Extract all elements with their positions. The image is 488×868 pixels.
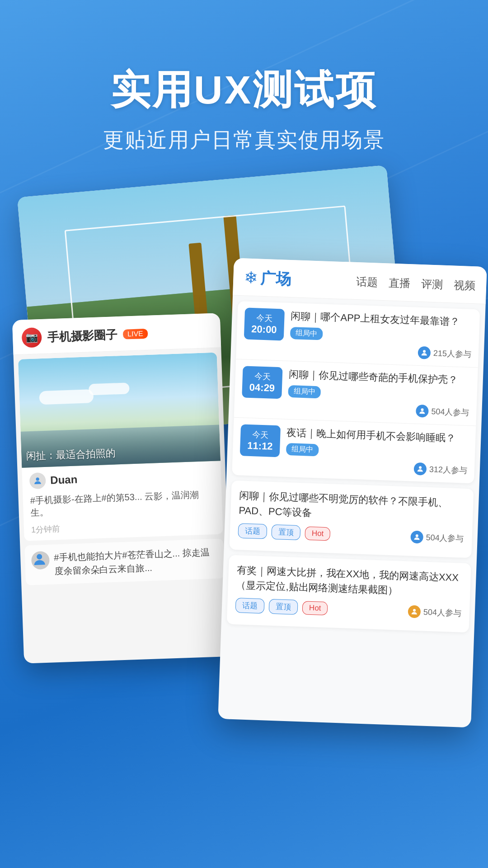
svg-point-1 — [37, 554, 42, 559]
topic-time-day-1: 今天 — [251, 312, 278, 324]
svg-point-0 — [36, 477, 39, 481]
topic-badge-2: 组局中 — [288, 385, 321, 398]
cloud2 — [89, 382, 130, 395]
forum-topic-2[interactable]: 今天 04:29 闲聊｜你见过哪些奇葩的手机保护壳？ 组局中 504人参与 — [234, 359, 478, 426]
svg-point-5 — [416, 534, 418, 537]
forum-topic-tags-1: 话题 置顶 Hot 504人参与 — [238, 524, 464, 546]
sub-title: 更贴近用户日常真实使用场景 — [0, 126, 488, 154]
forum-topic-card-1[interactable]: 闲聊｜你见过哪些不明觉厉的软件？不限手机、PAD、PC等设备 话题 置顶 Hot… — [229, 481, 474, 558]
topic-time-box-2: 今天 04:29 — [242, 366, 282, 399]
participant-icon-3 — [413, 462, 427, 476]
topic-participants-1: 215人参与 — [290, 342, 472, 361]
topic-badge-1: 组局中 — [290, 327, 323, 340]
forum-header: ❄ 广场 话题 直播 评测 视频 — [233, 258, 487, 304]
topic-time-hm-3: 11:12 — [246, 439, 274, 452]
topic-title-3: 夜话｜晚上如何用手机不会影响睡眠？ — [286, 425, 469, 446]
tag-zhiding-2[interactable]: 置顶 — [269, 599, 298, 615]
main-title: 实用UX测试项 — [0, 63, 488, 117]
header-section: 实用UX测试项 更贴近用户日常真实使用场景 — [0, 0, 488, 154]
feed-post2-text: #手机也能拍大片#苍茫香山之... 掠走温度余留余朵白云来自旅... — [54, 545, 218, 578]
participant-count-card2: 504人参与 — [423, 607, 461, 619]
cloud1 — [39, 389, 94, 405]
topic-time-hm-1: 20:00 — [250, 323, 278, 336]
topic-time-hm-2: 04:29 — [249, 382, 276, 394]
feed-post-item: 闲扯：最适合拍照的 Duan #手机摄影-在路上#的第53... 云影，温润潮生… — [18, 353, 223, 541]
forum-topics-section: 今天 20:00 闲聊｜哪个APP上租女友过年最靠谱？ 组局中 215人参与 — [232, 301, 480, 484]
feed-header: 📷 手机摄影圈子 LIVE — [12, 313, 221, 355]
forum-logo-icon: ❄ — [244, 268, 258, 288]
forum-nav-topics[interactable]: 话题 — [356, 274, 378, 290]
tag-hot-1[interactable]: Hot — [305, 526, 330, 541]
tag-topic-1[interactable]: 话题 — [238, 524, 267, 539]
svg-point-2 — [423, 350, 426, 353]
topic-title-2: 闲聊｜你见过哪些奇葩的手机保护壳？ — [289, 368, 471, 388]
topic-badge-3: 组局中 — [286, 443, 319, 456]
feed-post-image: 闲扯：最适合拍照的 — [18, 353, 221, 468]
participant-icon-card2 — [408, 605, 421, 618]
participant-icon-2 — [416, 404, 429, 417]
participant-count-2: 504人参与 — [431, 406, 469, 418]
topic-content-3: 夜话｜晚上如何用手机不会影响睡眠？ 组局中 312人参与 — [286, 425, 469, 477]
forum-topic-card-title-2: 有奖｜网速大比拼，我在XX地，我的网速高达XXX（显示定位,贴出网络测速结果截图… — [236, 563, 463, 600]
forum-topic-card-title-1: 闲聊｜你见过哪些不明觉厉的软件？不限手机、PAD、PC等设备 — [239, 488, 465, 526]
topic-time-box-1: 今天 20:00 — [244, 307, 285, 340]
feed-post2-avatar — [31, 551, 50, 570]
forum-nav: 话题 直播 评测 视频 — [356, 274, 476, 293]
feed-username: Duan — [50, 473, 78, 486]
participant-count-1: 215人参与 — [433, 348, 471, 360]
topic-time-box-3: 今天 11:12 — [240, 424, 281, 457]
participant-icon-card1 — [410, 530, 423, 543]
forum-topic-3[interactable]: 今天 11:12 夜话｜晚上如何用手机不会影响睡眠？ 组局中 312人参与 — [232, 417, 476, 483]
participant-count-card1: 504人参与 — [426, 532, 464, 544]
feed-avatar: 📷 — [21, 327, 42, 348]
topic-content-1: 闲聊｜哪个APP上租女友过年最靠谱？ 组局中 215人参与 — [290, 309, 473, 361]
forum-card: ❄ 广场 话题 直播 评测 视频 今天 20:00 闲聊｜哪个APP上租女友过年… — [218, 258, 487, 728]
participant-icon-1 — [418, 346, 431, 359]
tag-hot-2[interactable]: Hot — [302, 601, 328, 615]
feed-post2: #手机也能拍大片#苍茫香山之... 掠走温度余留余朵白云来自旅... — [24, 538, 225, 585]
topic-participants-2: 504人参与 — [287, 400, 469, 419]
tag-zhiding-1[interactable]: 置顶 — [271, 524, 300, 540]
topic-time-day-2: 今天 — [249, 371, 276, 382]
forum-logo: ❄ 广场 — [244, 267, 292, 290]
tag-topic-2[interactable]: 话题 — [235, 598, 265, 614]
forum-topic-1[interactable]: 今天 20:00 闲聊｜哪个APP上租女友过年最靠谱？ 组局中 215人参与 — [236, 301, 480, 368]
forum-topic-tags-2: 话题 置顶 Hot 504人参与 — [235, 598, 462, 621]
svg-point-4 — [419, 466, 422, 469]
feed-card: 📷 手机摄影圈子 LIVE 闲扯：最适合拍照的 Duan #手机摄影-在路上#的… — [12, 313, 232, 664]
feed-live-badge: LIVE — [123, 329, 148, 340]
feed-user-avatar — [29, 472, 46, 489]
forum-logo-text: 广场 — [260, 268, 292, 290]
topic-content-2: 闲聊｜你见过哪些奇葩的手机保护壳？ 组局中 504人参与 — [287, 368, 470, 419]
forum-nav-video[interactable]: 视频 — [454, 278, 476, 293]
forum-nav-review[interactable]: 评测 — [421, 277, 443, 292]
svg-point-6 — [413, 609, 416, 612]
topic-title-1: 闲聊｜哪个APP上租女友过年最靠谱？ — [291, 309, 473, 330]
topic-participants-3: 312人参与 — [286, 458, 468, 477]
participant-count-3: 312人参与 — [429, 464, 467, 476]
svg-point-3 — [421, 408, 423, 411]
cards-area: 📷 手机摄影圈子 LIVE 闲扯：最适合拍照的 Duan #手机摄影-在路上#的… — [0, 172, 488, 868]
topic-time-day-3: 今天 — [247, 429, 274, 440]
feed-title: 手机摄影圈子 — [47, 327, 118, 345]
forum-topic-card-2[interactable]: 有奖｜网速大比拼，我在XX地，我的网速高达XXX（显示定位,贴出网络测速结果截图… — [227, 555, 471, 633]
forum-nav-live[interactable]: 直播 — [389, 276, 411, 291]
